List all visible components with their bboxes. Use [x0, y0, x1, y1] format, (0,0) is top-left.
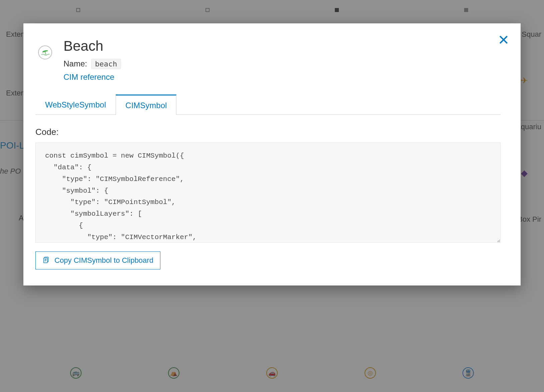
- tab-bar: WebStyleSymbol CIMSymbol: [35, 94, 501, 115]
- svg-line-2: [45, 52, 46, 55]
- modal-title: Beach: [63, 38, 121, 54]
- symbol-detail-modal: Beach Name: beach CIM reference WebStyle…: [23, 23, 521, 285]
- copy-button-label: Copy CIMSymbol to Clipboard: [54, 256, 153, 265]
- close-icon: [498, 34, 509, 46]
- cim-reference-link[interactable]: CIM reference: [63, 72, 114, 81]
- clipboard-icon: [42, 256, 50, 265]
- code-textarea[interactable]: [35, 143, 501, 243]
- close-button[interactable]: [497, 33, 511, 47]
- beach-umbrella-icon: [41, 47, 49, 57]
- name-label: Name:: [63, 59, 87, 68]
- name-value: beach: [91, 59, 121, 69]
- copy-cimsymbol-button[interactable]: Copy CIMSymbol to Clipboard: [35, 251, 160, 269]
- tab-webstylesymbol[interactable]: WebStyleSymbol: [35, 94, 116, 115]
- name-row: Name: beach: [63, 59, 121, 69]
- symbol-swatch: [38, 45, 52, 59]
- modal-header: Beach Name: beach CIM reference: [35, 38, 501, 82]
- svg-rect-4: [44, 258, 47, 263]
- tab-cimsymbol[interactable]: CIMSymbol: [116, 94, 176, 115]
- modal-header-text: Beach Name: beach CIM reference: [63, 38, 121, 82]
- code-label: Code:: [35, 127, 501, 137]
